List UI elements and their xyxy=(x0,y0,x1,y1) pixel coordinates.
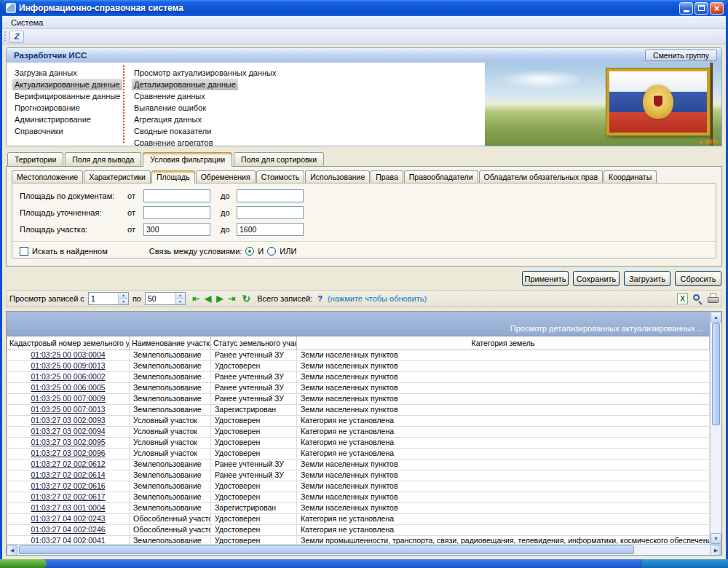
and-radio[interactable] xyxy=(245,247,254,256)
area-parcel-to-input[interactable] xyxy=(237,223,304,236)
scroll-down-icon[interactable]: ▼ xyxy=(711,533,721,544)
refresh-icon[interactable]: ↻ xyxy=(242,293,251,304)
filter-sub-tab[interactable]: Правообладатели xyxy=(404,170,478,183)
spin-up-icon[interactable]: ▲ xyxy=(175,293,185,299)
main-tab[interactable]: Поля для сортировки xyxy=(234,152,324,166)
cadastral-number-link[interactable]: 01:03:27 04 002:0041 xyxy=(31,536,105,544)
reset-button[interactable]: Сбросить xyxy=(675,271,721,286)
apply-button[interactable]: Применить xyxy=(522,271,569,286)
client-area: Разработчик ИСС Сменить группу Загрузка … xyxy=(2,44,726,559)
prev-page-icon[interactable]: ◀ xyxy=(205,294,211,303)
table-row: 01:03:27 04 002:0246 Обособленный участо… xyxy=(7,524,710,535)
search-in-found-checkbox[interactable] xyxy=(20,247,28,256)
cadastral-number-link[interactable]: 01:03:27 03 002:0094 xyxy=(31,427,105,435)
load-button[interactable]: Загрузить xyxy=(624,271,670,286)
area-documents-to-input[interactable] xyxy=(237,189,304,202)
table-title: Просмотр детализированных актуализирован… xyxy=(510,324,704,333)
main-tab[interactable]: Условия фильтрации xyxy=(143,152,232,167)
col-parcel-name[interactable]: Наименование участка xyxy=(130,336,211,350)
col-parcel-status[interactable]: Статус земельного участка xyxy=(211,336,297,350)
filter-sub-tab[interactable]: Местоположение xyxy=(12,170,83,183)
filter-sub-tab[interactable]: Площадь xyxy=(151,170,195,184)
nav-item[interactable]: Верифицированные данные xyxy=(12,90,122,102)
filter-sub-tab[interactable]: Обременения xyxy=(196,170,256,183)
filter-sub-tab[interactable]: Характеристики xyxy=(84,170,151,183)
change-group-button[interactable]: Сменить группу xyxy=(645,50,717,61)
nav-item[interactable]: Прогнозирование xyxy=(12,102,82,114)
cadastral-number-link[interactable]: 01:03:27 02 002:0614 xyxy=(31,470,105,479)
search-icon[interactable] xyxy=(692,293,703,304)
nav-item[interactable]: Загрузка данных xyxy=(12,67,79,79)
export-excel-icon[interactable]: X xyxy=(677,293,688,304)
cadastral-number-link[interactable]: 01:03:27 02 002:0617 xyxy=(31,492,105,501)
last-page-icon[interactable]: ⇥ xyxy=(228,294,235,303)
nav-item[interactable]: Детализированные данные xyxy=(132,79,238,90)
table-row: 01:03:25 00 007:0013 Землепользование За… xyxy=(7,404,710,415)
toolbar-tool-icon[interactable]: Z xyxy=(9,31,24,43)
filter-sub-tab[interactable]: Стоимость xyxy=(256,170,305,183)
nav-item[interactable]: Сравнение агрегатов xyxy=(132,137,215,146)
horizontal-scrollbar[interactable]: ◀ ▶ xyxy=(7,544,721,555)
cadastral-number-link[interactable]: 01:03:27 03 001:0004 xyxy=(31,503,105,512)
cadastral-number-link[interactable]: 01:03:27 03 002:0095 xyxy=(31,438,105,446)
toolbar-grip[interactable] xyxy=(4,31,7,42)
close-button[interactable]: × xyxy=(710,2,724,15)
filter-sub-tab[interactable]: Координаты xyxy=(604,170,657,183)
first-page-icon[interactable]: ⇤ xyxy=(192,294,199,303)
cadastral-number-link[interactable]: 01:03:27 04 002:0243 xyxy=(31,514,105,523)
next-page-icon[interactable]: ▶ xyxy=(216,294,223,303)
save-button[interactable]: Сохранить xyxy=(573,271,620,286)
cadastral-number-link[interactable]: 01:03:25 00 006:0005 xyxy=(31,383,105,392)
start-button[interactable] xyxy=(0,559,47,568)
nav-item[interactable]: Просмотр актуализированных данных xyxy=(132,67,279,79)
vertical-scrollbar[interactable]: ▲ ▼ xyxy=(710,312,721,544)
or-radio[interactable] xyxy=(267,247,276,256)
minimize-button[interactable] xyxy=(679,2,693,15)
nav-item[interactable]: Агрегация данных xyxy=(132,114,204,125)
scroll-up-icon[interactable]: ▲ xyxy=(711,312,721,323)
nav-item[interactable]: Сравнение данных xyxy=(132,90,207,102)
area-refined-to-input[interactable] xyxy=(237,206,304,219)
cadastral-number-link[interactable]: 01:03:27 02 002:0612 xyxy=(31,459,105,468)
filter-sub-tab[interactable]: Обладатели обязательных прав xyxy=(479,170,603,183)
cadastral-number-link[interactable]: 01:03:27 03 002:0096 xyxy=(31,449,105,457)
print-icon[interactable] xyxy=(708,293,719,304)
nav-item[interactable]: Актуализированные данные xyxy=(12,79,122,90)
col-cadastral-number[interactable]: Кадастровый номер земельного участка xyxy=(7,336,130,350)
filter-sub-tab[interactable]: Права xyxy=(371,170,403,183)
vertical-scroll-thumb[interactable] xyxy=(712,323,720,425)
cadastral-number-link[interactable]: 01:03:27 03 002:0093 xyxy=(31,416,105,425)
nav-item[interactable]: Сводные показатели xyxy=(132,125,213,137)
table-row: 01:03:27 03 002:0094 Условный участок Уд… xyxy=(7,426,710,437)
main-tab[interactable]: Территории xyxy=(7,152,63,166)
cadastral-number-link[interactable]: 01:03:25 00 007:0013 xyxy=(31,405,105,414)
cadastral-number-link[interactable]: 01:03:25 00 006:0002 xyxy=(31,372,105,381)
col-land-category[interactable]: Категория земель xyxy=(297,336,710,350)
horizontal-scroll-thumb[interactable] xyxy=(19,545,634,554)
from-record-input[interactable] xyxy=(89,293,118,304)
menu-system[interactable]: Система xyxy=(5,17,49,28)
table-row: 01:03:27 04 002:0041 Землепользование Уд… xyxy=(7,535,710,544)
nav-item[interactable]: Выявление ошибок xyxy=(132,102,208,114)
scroll-right-icon[interactable]: ▶ xyxy=(711,545,721,556)
spin-up-icon[interactable]: ▲ xyxy=(119,293,128,299)
cadastral-number-link[interactable]: 01:03:25 00 007:0009 xyxy=(31,394,105,403)
cadastral-number-link[interactable]: 01:03:25 00 009:0013 xyxy=(31,361,105,370)
nav-item[interactable]: Администрирование xyxy=(12,114,93,125)
area-documents-from-input[interactable] xyxy=(143,189,210,202)
cadastral-number-link[interactable]: 01:03:27 02 002:0616 xyxy=(31,481,105,490)
maximize-button[interactable] xyxy=(695,2,708,15)
area-refined-from-input[interactable] xyxy=(143,206,210,219)
title-bar[interactable]: Информационно-справочная система × xyxy=(2,0,726,16)
filter-sub-tab[interactable]: Использование xyxy=(305,170,370,183)
refresh-hint-link[interactable]: (нажмите чтобы обновить) xyxy=(328,294,427,303)
nav-item[interactable]: Справочники xyxy=(12,125,66,137)
spin-down-icon[interactable]: ▼ xyxy=(119,299,128,305)
cadastral-number-link[interactable]: 01:03:27 04 002:0246 xyxy=(31,525,105,534)
scroll-left-icon[interactable]: ◀ xyxy=(7,545,17,556)
cadastral-number-link[interactable]: 01:03:25 00 003:0004 xyxy=(31,350,105,359)
area-parcel-from-input[interactable] xyxy=(143,223,210,236)
to-record-input[interactable] xyxy=(146,293,175,304)
spin-down-icon[interactable]: ▼ xyxy=(175,299,185,305)
main-tab[interactable]: Поля для вывода xyxy=(65,152,141,166)
